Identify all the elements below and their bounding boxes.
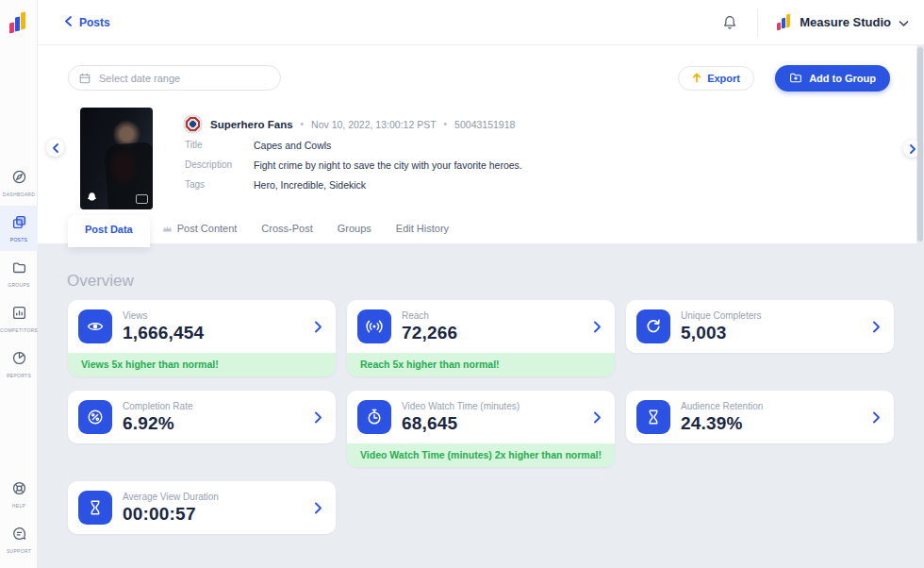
chevron-right-icon[interactable]	[314, 321, 322, 333]
metric-card-unique-completers[interactable]: Unique Completers 5,003	[626, 300, 894, 353]
vertical-scrollbar[interactable]	[917, 47, 923, 242]
date-range-input[interactable]	[99, 73, 271, 84]
tab-label: Cross-Post	[261, 223, 312, 234]
export-button[interactable]: Export	[678, 66, 754, 91]
tab-post-content[interactable]: Post Content	[150, 223, 250, 243]
chevron-right-icon[interactable]	[593, 321, 602, 333]
chat-bubble-icon	[11, 526, 27, 545]
hourglass-icon	[636, 400, 670, 434]
chevron-right-icon[interactable]	[872, 321, 881, 333]
metric-value: 6.92%	[123, 413, 192, 434]
tab-label: Groups	[338, 223, 371, 234]
export-label: Export	[707, 73, 740, 84]
field-row-description: Description Fight crime by night to save…	[185, 159, 522, 171]
metric-label: Completion Rate	[123, 401, 192, 411]
eye-icon	[78, 309, 112, 343]
metric-card-average-view-duration[interactable]: Average View Duration 00:00:57	[68, 481, 336, 534]
sidebar-item-label: DASHBOARD	[3, 192, 35, 197]
post-id: 50043151918	[454, 119, 515, 130]
field-label: Description	[185, 159, 254, 171]
sidebar-item-support[interactable]: SUPPORT	[0, 517, 38, 562]
sidebar-item-label: REPORTS	[7, 373, 31, 378]
tab-groups[interactable]: Groups	[325, 223, 384, 243]
snapchat-ghost-icon	[86, 192, 98, 204]
field-row-title: Title Capes and Cowls	[185, 140, 522, 151]
metric-text: Completion Rate 6.92%	[123, 401, 192, 434]
breadcrumb-label: Posts	[79, 16, 110, 29]
metric-text: Unique Completers 5,003	[681, 310, 762, 343]
field-value: Hero, Incredible, Sidekick	[254, 179, 366, 191]
sidebar-item-label: COMPETITORS	[0, 327, 38, 333]
measure-studio-logo-icon	[777, 14, 792, 30]
sidebar-item-label: SUPPORT	[7, 548, 31, 554]
post-tabs: Post Data Post Content Cross-Post Groups…	[68, 215, 461, 243]
notification-bell-icon[interactable]	[721, 14, 738, 31]
sidebar-item-label: POSTS	[10, 237, 27, 242]
broadcast-icon	[357, 309, 391, 343]
app-root: DASHBOARD POSTS GROUPS COMPETITORS	[0, 0, 924, 568]
measure-studio-logo-icon[interactable]	[9, 12, 28, 33]
sidebar-item-label: HELP	[12, 503, 25, 509]
sidebar-item-help[interactable]: HELP	[0, 472, 38, 517]
metric-card-completion-rate[interactable]: Completion Rate 6.92%	[68, 391, 336, 443]
tab-post-data[interactable]: Post Data	[68, 215, 150, 247]
separator-dot: •	[301, 119, 305, 129]
folder-plus-icon	[789, 72, 802, 86]
metric-value: 68,645	[402, 413, 520, 434]
metric-label: Views	[123, 310, 204, 321]
add-to-group-button[interactable]: Add to Group	[775, 65, 890, 92]
percent-icon	[78, 400, 112, 434]
pie-chart-icon	[11, 350, 27, 370]
overview-title: Overview	[67, 272, 134, 291]
metric-value: 5,003	[681, 323, 762, 343]
account-name: Measure Studio	[800, 15, 891, 29]
post-timestamp: Nov 10, 2022, 13:00:12 PST	[311, 119, 437, 130]
metric-card-top: Average View Duration 00:00:57	[68, 481, 336, 534]
folder-icon	[11, 259, 27, 279]
metric-text: Views 1,666,454	[123, 310, 204, 343]
previous-post-button[interactable]	[46, 139, 64, 157]
metric-card-top: Views 1,666,454	[68, 300, 336, 353]
tab-cross-post[interactable]: Cross-Post	[249, 223, 324, 243]
metric-card-reach[interactable]: Reach 72,266 Reach 5x higher than normal…	[347, 300, 615, 376]
sidebar-item-groups[interactable]: GROUPS	[0, 251, 38, 296]
post-detail-panel: Export Add to Group Superhero Fans • Nov…	[38, 45, 916, 243]
metric-text: Audience Retention 24.39%	[681, 401, 763, 434]
refresh-icon	[636, 309, 670, 343]
chevron-right-icon[interactable]	[593, 411, 602, 424]
metric-card-audience-retention[interactable]: Audience Retention 24.39%	[626, 391, 894, 443]
post-account-name: Superhero Fans	[210, 119, 293, 130]
sidebar-nav: DASHBOARD POSTS GROUPS COMPETITORS	[0, 160, 38, 387]
metric-card-video-watch-time[interactable]: Video Watch Time (minutes) 68,645 Video …	[347, 391, 615, 467]
stacked-posts-icon	[11, 214, 27, 234]
sidebar-item-reports[interactable]: REPORTS	[0, 342, 38, 387]
breadcrumb-back-posts[interactable]: Posts	[64, 16, 110, 29]
sidebar-item-label: GROUPS	[8, 282, 29, 288]
metric-banner: Video Watch Time (minutes) 2x higher tha…	[347, 443, 615, 467]
sidebar-item-dashboard[interactable]: DASHBOARD	[0, 160, 38, 206]
date-range-picker[interactable]	[68, 65, 281, 91]
metric-card-views[interactable]: Views 1,666,454 Views 5x higher than nor…	[68, 300, 336, 376]
post-thumbnail	[80, 108, 153, 209]
sidebar-bottom-nav: HELP SUPPORT	[0, 472, 38, 562]
metric-card-top: Completion Rate 6.92%	[68, 391, 336, 443]
field-value: Capes and Cowls	[254, 140, 331, 151]
sidebar: DASHBOARD POSTS GROUPS COMPETITORS	[0, 0, 38, 568]
sidebar-item-competitors[interactable]: COMPETITORS	[0, 296, 38, 342]
tab-label: Post Content	[177, 223, 238, 234]
account-menu[interactable]: Measure Studio	[777, 14, 909, 31]
hourglass-icon	[78, 491, 112, 525]
chevron-right-icon[interactable]	[314, 502, 322, 514]
sidebar-item-posts[interactable]: POSTS	[0, 206, 38, 251]
chevron-right-icon[interactable]	[314, 411, 322, 424]
chevron-left-icon	[64, 16, 73, 29]
metric-banner: Reach 5x higher than normal!	[347, 353, 615, 376]
bar-chart-icon	[11, 305, 27, 325]
add-to-group-label: Add to Group	[809, 73, 876, 84]
chevron-right-icon[interactable]	[872, 411, 881, 424]
metric-card-top: Reach 72,266	[347, 300, 615, 353]
chevron-down-icon	[899, 14, 909, 31]
tab-edit-history[interactable]: Edit History	[384, 223, 461, 243]
chevron-left-icon	[52, 143, 59, 153]
metric-label: Unique Completers	[681, 310, 762, 321]
